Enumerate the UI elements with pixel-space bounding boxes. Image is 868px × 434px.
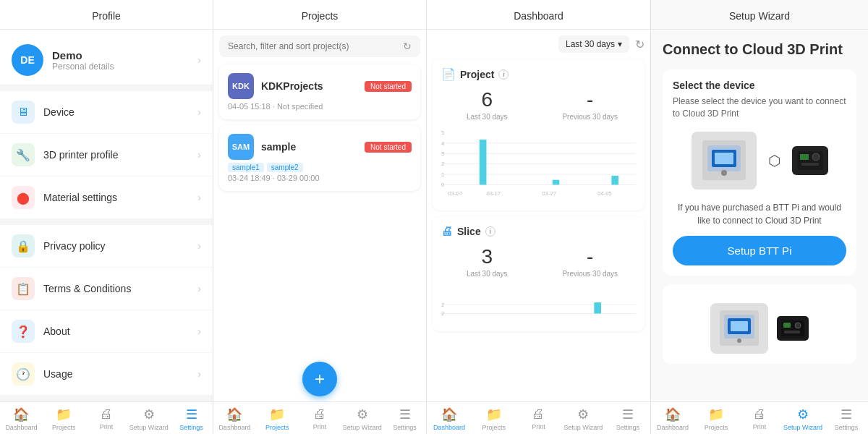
dashboard-slice-card: 🖨 Slice i 3 Last 30 days - Previous 30 d… — [433, 216, 644, 331]
nav-dashboard[interactable]: 🏠 Dashboard — [427, 407, 472, 431]
projects-panel: Projects ↻ KDK KDKProjects Not started 0… — [213, 0, 427, 434]
svg-text:2: 2 — [441, 161, 444, 167]
projects-content: ↻ KDK KDKProjects Not started 04-05 15:1… — [213, 30, 426, 401]
setup-desc: Please select the device you want to con… — [673, 95, 846, 120]
dashboard-bottom-nav: 🏠 Dashboard 📁 Projects 🖨 Print ⚙ Setup W… — [427, 401, 650, 434]
setup-panel: Setup Wizard Connect to Cloud 3D Print S… — [651, 0, 868, 434]
nav-settings-label: Settings — [616, 424, 640, 431]
info-icon-slice[interactable]: i — [485, 226, 495, 237]
menu-item-material[interactable]: ⬤ Material settings › — [0, 176, 213, 219]
nav-dashboard[interactable]: 🏠 Dashboard — [651, 407, 694, 431]
menu-item-privacy[interactable]: 🔒 Privacy policy › — [0, 225, 213, 268]
nav-print-label: Print — [100, 423, 114, 430]
user-info: Demo Personal details — [52, 49, 197, 72]
svg-point-30 — [812, 153, 820, 161]
slice-chart-svg: 2 2 — [441, 286, 636, 323]
nav-settings[interactable]: ☰ Settings — [605, 407, 650, 431]
nav-print[interactable]: 🖨 Print — [299, 407, 341, 431]
nav-setup-wizard[interactable]: ⚙ Setup Wizard — [341, 407, 383, 431]
svg-rect-38 — [783, 323, 791, 328]
about-icon: ❓ — [12, 320, 35, 343]
refresh-icon[interactable]: ↻ — [403, 41, 412, 52]
nav-projects-icon: 📁 — [269, 407, 285, 422]
menu-item-printer[interactable]: 🔧 3D printer profile › — [0, 134, 213, 176]
project-card-kdk[interactable]: KDK KDKProjects Not started 04-05 15:18 … — [219, 64, 420, 119]
menu-item-device[interactable]: 🖥 Device › — [0, 91, 213, 134]
project-stats: 6 Last 30 days - Previous 30 days — [441, 88, 636, 121]
nav-settings[interactable]: ☰ Settings — [170, 407, 213, 431]
svg-rect-29 — [800, 154, 809, 160]
date-filter[interactable]: Last 30 days ▾ — [558, 35, 629, 53]
nav-dashboard[interactable]: 🏠 Dashboard — [213, 407, 256, 431]
nav-setup-wizard[interactable]: ⚙ Setup Wizard — [127, 407, 170, 431]
nav-dashboard[interactable]: 🏠 Dashboard — [0, 407, 43, 431]
privacy-icon: 🔒 — [12, 234, 35, 258]
nav-projects-label: Projects — [705, 424, 728, 431]
svg-point-36 — [737, 339, 741, 343]
nav-print[interactable]: 🖨 Print — [516, 407, 561, 431]
terms-label: Terms & Conditions — [43, 283, 197, 294]
printer-icon: 🔧 — [12, 143, 35, 166]
fab-button[interactable]: + — [302, 362, 337, 396]
setup-btt-pi-button[interactable]: Setup BTT Pi — [673, 236, 846, 265]
refresh-icon[interactable]: ↻ — [635, 38, 644, 51]
nav-setup-label: Setup Wizard — [129, 424, 169, 431]
material-icon: ⬤ — [12, 186, 35, 209]
projects-bottom-nav: 🏠 Dashboard 📁 Projects 🖨 Print ⚙ Setup W… — [213, 401, 426, 434]
nav-print[interactable]: 🖨 Print — [85, 407, 128, 431]
device-icon: 🖥 — [12, 101, 35, 124]
printer-device-img — [692, 132, 757, 190]
svg-rect-28 — [797, 151, 823, 170]
nav-projects[interactable]: 📁 Projects — [256, 407, 299, 431]
usage-icon: 🕐 — [12, 362, 35, 386]
search-bar[interactable]: ↻ — [219, 35, 420, 57]
printer-label: 3D printer profile — [43, 149, 197, 161]
material-label: Material settings — [43, 192, 197, 203]
pi2-svg — [780, 320, 805, 337]
nav-settings[interactable]: ☰ Settings — [825, 407, 868, 431]
nav-settings-label: Settings — [393, 424, 417, 431]
date-filter-label: Last 30 days — [566, 39, 615, 49]
nav-settings-icon: ☰ — [399, 407, 411, 422]
svg-text:03-07: 03-07 — [448, 190, 463, 197]
nav-print-icon: 🖨 — [753, 407, 766, 422]
nav-print-label: Print — [753, 423, 767, 430]
menu-item-terms[interactable]: 📋 Terms & Conditions › — [0, 268, 213, 310]
nav-setup-wizard[interactable]: ⚙ Setup Wizard — [561, 407, 605, 431]
nav-settings-icon: ☰ — [841, 407, 852, 422]
profile-user-row[interactable]: DE Demo Personal details › — [0, 35, 213, 85]
menu-item-about[interactable]: ❓ About › — [0, 310, 213, 353]
info-icon[interactable]: i — [498, 69, 509, 80]
nav-settings[interactable]: ☰ Settings — [383, 407, 426, 431]
kdk-status: Not started — [365, 81, 412, 92]
slice-stat-label: Last 30 days — [441, 270, 533, 278]
menu-item-usage[interactable]: 🕐 Usage › — [0, 353, 213, 396]
setup-content: Connect to Cloud 3D Print Select the dev… — [651, 30, 868, 401]
project-card-sample[interactable]: SAM sample Not started sample1 sample2 0… — [219, 125, 420, 191]
nav-projects-label: Projects — [265, 424, 289, 431]
svg-text:5: 5 — [441, 129, 444, 136]
chevron-icon: › — [197, 149, 201, 161]
nav-setup-wizard[interactable]: ⚙ Setup Wizard — [781, 407, 825, 431]
svg-rect-31 — [801, 163, 819, 166]
svg-text:2: 2 — [441, 310, 444, 317]
nav-dashboard-icon: 🏠 — [13, 407, 29, 422]
kdk-card-header: KDK KDKProjects Not started — [228, 73, 412, 99]
search-input[interactable] — [228, 41, 403, 51]
svg-text:03-17: 03-17 — [486, 190, 501, 197]
svg-text:04-05: 04-05 — [597, 190, 612, 197]
kdk-date: 04-05 15:18 · Not specified — [228, 102, 412, 111]
printer-svg — [699, 137, 749, 184]
nav-projects[interactable]: 📁 Projects — [472, 407, 516, 431]
nav-dashboard-icon: 🏠 — [665, 407, 681, 422]
nav-dashboard-icon: 🏠 — [226, 407, 242, 422]
nav-projects[interactable]: 📁 Projects — [43, 407, 85, 431]
nav-print-label: Print — [532, 423, 545, 430]
nav-projects[interactable]: 📁 Projects — [694, 407, 738, 431]
device-options: ⬡ — [673, 132, 846, 190]
dashboard-header: Dashboard — [427, 0, 650, 30]
stat-current-value: 6 — [441, 88, 533, 111]
nav-print[interactable]: 🖨 Print — [738, 407, 781, 431]
nav-settings-icon: ☰ — [186, 407, 197, 422]
chevron-icon: › — [197, 240, 201, 252]
